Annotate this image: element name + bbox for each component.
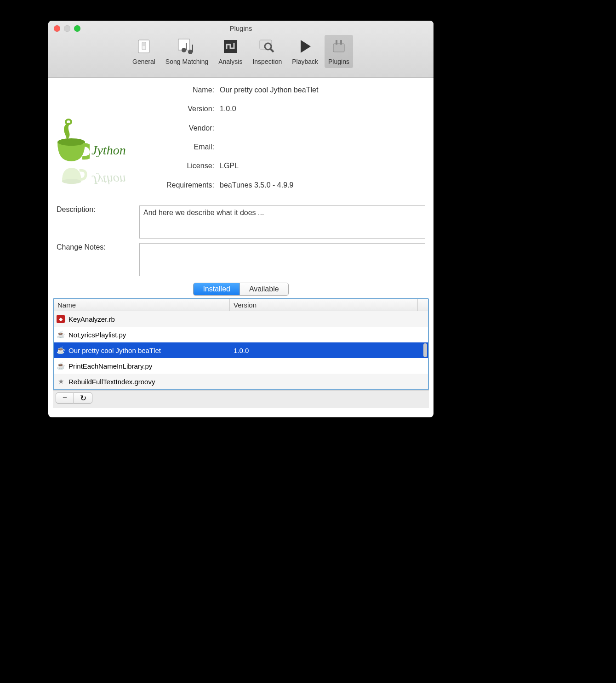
python-icon: ☕ <box>57 362 65 370</box>
content: Jython Jython N <box>48 78 433 417</box>
svg-rect-15 <box>340 40 342 45</box>
col-version[interactable]: Version <box>230 299 418 311</box>
svg-rect-2 <box>143 43 145 46</box>
toolbar-label: Playback <box>292 58 318 65</box>
svg-rect-5 <box>186 43 187 50</box>
segmented-control: Installed Available <box>193 283 288 296</box>
table-body: ◆KeyAnalyzer.rb ☕NoLyricsPlaylist.py ☕Ou… <box>54 311 428 389</box>
changenotes-label: Change Notes: <box>57 243 139 276</box>
changenotes-text[interactable] <box>139 243 425 276</box>
cell-name: PrintEachNameInLibrary.py <box>68 362 152 370</box>
reload-button[interactable]: ↻ <box>74 393 92 404</box>
vendor-label: Vendor: <box>148 124 214 141</box>
titlebar: Plugins General <box>48 21 433 78</box>
cell-name: NoLyricsPlaylist.py <box>68 331 126 339</box>
requirements-value: beaTunes 3.5.0 - 4.9.9 <box>220 181 318 198</box>
license-value: LGPL <box>220 162 318 179</box>
name-value: Our pretty cool Jython beaTlet <box>220 86 318 103</box>
svg-point-18 <box>62 179 81 184</box>
tab-playback[interactable]: Playback <box>288 35 322 68</box>
analysis-icon <box>221 37 240 56</box>
svg-point-6 <box>188 50 193 54</box>
toolbar-label: Inspection <box>252 58 282 65</box>
close-window-button[interactable] <box>54 25 60 32</box>
svg-rect-13 <box>333 44 344 52</box>
table-row[interactable]: ★RebuildFullTextIndex.groovy <box>54 374 428 389</box>
toolbar-label: Song Matching <box>165 58 208 65</box>
version-label: Version: <box>148 105 214 122</box>
segment-installed[interactable]: Installed <box>194 283 240 295</box>
table-header: Name Version <box>54 299 428 311</box>
table-row[interactable]: ☕Our pretty cool Jython beaTlet 1.0.0 <box>54 342 428 358</box>
license-label: License: <box>148 162 214 179</box>
scrollbar-thumb[interactable] <box>423 343 427 357</box>
col-spacer <box>418 299 428 311</box>
switch-icon <box>134 37 154 56</box>
svg-point-16 <box>66 120 71 124</box>
segment-available[interactable]: Available <box>240 283 288 295</box>
vendor-value <box>220 124 318 141</box>
cell-name: Our pretty cool Jython beaTlet <box>68 347 161 354</box>
svg-point-17 <box>57 138 85 146</box>
name-label: Name: <box>148 86 214 103</box>
minimize-window-button[interactable] <box>64 25 70 32</box>
col-name[interactable]: Name <box>54 299 230 311</box>
plugin-logo: Jython Jython <box>56 86 148 198</box>
tab-inspection[interactable]: Inspection <box>249 35 285 68</box>
svg-point-4 <box>182 48 186 52</box>
svg-rect-7 <box>192 45 193 52</box>
email-label: Email: <box>148 143 214 160</box>
toolbar-label: Analysis <box>218 58 242 65</box>
zoom-window-button[interactable] <box>74 25 80 32</box>
table-row[interactable]: ◆KeyAnalyzer.rb <box>54 311 428 327</box>
python-icon: ☕ <box>57 346 65 354</box>
cell-version: 1.0.0 <box>230 347 418 354</box>
toolbar-label: Plugins <box>328 58 349 65</box>
toolbar-label: General <box>132 58 155 65</box>
python-icon: ☕ <box>57 330 65 339</box>
remove-button[interactable]: − <box>56 393 74 404</box>
window-title: Plugins <box>48 21 433 32</box>
table-toolbar: − ↻ <box>53 390 429 408</box>
plugin-icon <box>329 37 348 56</box>
jython-text: Jython <box>91 143 126 158</box>
svg-line-11 <box>270 49 274 52</box>
table-row[interactable]: ☕NoLyricsPlaylist.py <box>54 327 428 342</box>
email-value <box>220 143 318 160</box>
description-label: Description: <box>57 205 139 239</box>
svg-rect-14 <box>336 40 337 45</box>
plugins-table: Name Version ◆KeyAnalyzer.rb ☕NoLyricsPl… <box>53 298 429 390</box>
requirements-label: Requirements: <box>148 181 214 198</box>
tab-general[interactable]: General <box>129 35 159 68</box>
cell-name: KeyAnalyzer.rb <box>68 315 115 323</box>
music-notes-icon <box>177 37 197 56</box>
preferences-window: Plugins General <box>48 21 433 417</box>
tab-song-matching[interactable]: Song Matching <box>162 35 212 68</box>
magnifier-icon <box>257 37 277 56</box>
table-row[interactable]: ☕PrintEachNameInLibrary.py <box>54 358 428 374</box>
tab-analysis[interactable]: Analysis <box>215 35 246 68</box>
ruby-icon: ◆ <box>57 315 65 323</box>
window-controls <box>54 25 80 32</box>
tab-plugins[interactable]: Plugins <box>325 35 353 68</box>
play-icon <box>296 37 315 56</box>
groovy-icon: ★ <box>57 377 65 386</box>
jython-cup-icon <box>56 118 90 164</box>
description-text[interactable]: And here we describe what it does ... <box>139 205 425 239</box>
toolbar: General Song Matching <box>48 32 433 68</box>
plugin-info: Name: Our pretty cool Jython beaTlet Ver… <box>148 86 318 198</box>
svg-marker-12 <box>301 40 311 53</box>
cell-name: RebuildFullTextIndex.groovy <box>68 378 155 386</box>
version-value: 1.0.0 <box>220 105 318 122</box>
